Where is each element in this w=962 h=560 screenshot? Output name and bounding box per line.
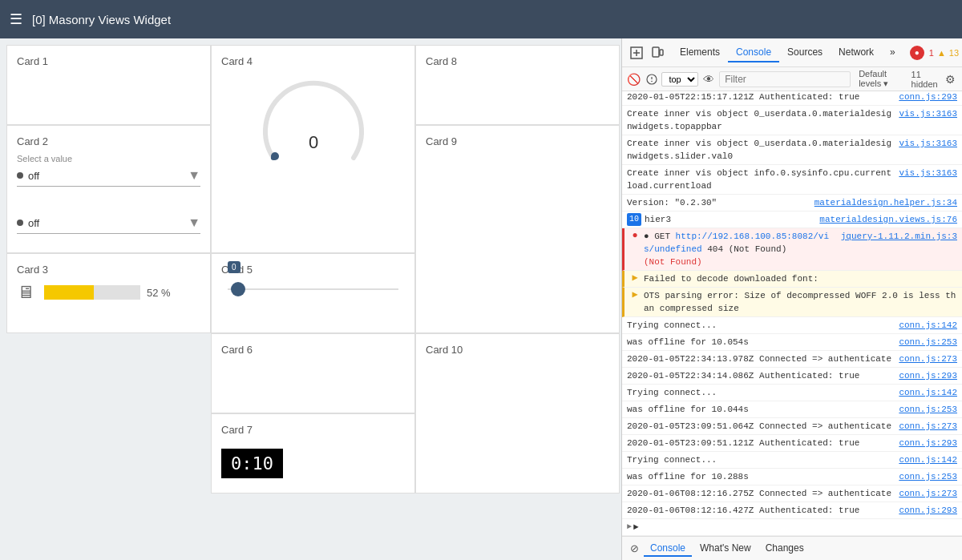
log-text: was offline for 10.044s bbox=[627, 403, 895, 416]
tab-sources[interactable]: Sources bbox=[779, 43, 831, 62]
slider-thumb[interactable]: 0 bbox=[231, 282, 245, 296]
log-source[interactable]: conn.js:142 bbox=[895, 386, 957, 399]
default-levels-label[interactable]: Default levels ▾ bbox=[854, 67, 907, 91]
log-entry: ▶OTS parsing error: Size of decompressed… bbox=[622, 288, 962, 317]
chevron-down-icon: ▼ bbox=[188, 168, 200, 183]
log-text: 2020-01-06T08:12:16.427Z Authenticated: … bbox=[627, 504, 895, 517]
log-source[interactable]: vis.js:3163 bbox=[895, 167, 957, 179]
log-entry: ●● GET http://192.168.100.85:8082/vis/un… bbox=[622, 228, 962, 271]
error-icon: ● bbox=[629, 230, 641, 241]
tab-more[interactable]: » bbox=[882, 43, 903, 62]
log-source[interactable]: conn.js:273 bbox=[895, 487, 957, 500]
log-text: 2020-01-05T22:15:17.121Z Authenticated: … bbox=[627, 91, 895, 103]
svg-point-0 bbox=[271, 152, 279, 160]
log-source[interactable]: conn.js:293 bbox=[895, 437, 957, 449]
log-source[interactable]: vis.js:3163 bbox=[895, 137, 957, 150]
log-source[interactable]: materialdesign.views.js:76 bbox=[816, 213, 957, 226]
card-2-select-value: off bbox=[28, 170, 188, 182]
clear-console-icon[interactable]: 🚫 bbox=[627, 70, 641, 89]
bottom-tab-changes[interactable]: Changes bbox=[759, 541, 810, 557]
card-1-title: Card 1 bbox=[17, 55, 200, 67]
devtools-top-bar: Elements Console Sources Network » ● 1 ▲… bbox=[622, 38, 962, 67]
context-select[interactable]: top bbox=[661, 72, 698, 87]
slider-container: 0 bbox=[221, 288, 405, 290]
log-text: Trying connect... bbox=[627, 453, 895, 466]
console-log: Version vis-history: 1.0.0Version Info-A… bbox=[622, 91, 962, 536]
device-icon[interactable] bbox=[648, 43, 667, 62]
log-text: ► bbox=[633, 521, 957, 534]
log-source[interactable]: conn.js:253 bbox=[895, 470, 957, 483]
log-text: Create inner vis object 0_userdata.0.mat… bbox=[627, 107, 895, 133]
log-entry: Version: "0.2.30"materialdesign.helper.j… bbox=[622, 195, 962, 212]
settings-icon[interactable]: ⚙ bbox=[943, 70, 957, 89]
card-4: Card 4 0 bbox=[211, 45, 415, 253]
select-dot bbox=[17, 172, 23, 179]
card-8: Card 8 bbox=[415, 45, 620, 125]
card-8-title: Card 8 bbox=[426, 55, 609, 67]
log-entry: was offline for 10.288sconn.js:253 bbox=[622, 469, 962, 485]
log-text: was offline for 10.288s bbox=[627, 470, 895, 483]
gauge-svg: 0 bbox=[257, 78, 370, 174]
bottom-tab-console[interactable]: Console bbox=[644, 541, 692, 557]
devtools-panel: Elements Console Sources Network » ● 1 ▲… bbox=[621, 38, 962, 560]
top-bar: ☰ [0] Masonry Views Widget bbox=[0, 0, 962, 38]
log-source[interactable]: conn.js:142 bbox=[895, 319, 957, 332]
devtools-tabs-row: Elements Console Sources Network » bbox=[672, 43, 903, 62]
card-10: Card 10 bbox=[415, 333, 620, 494]
hamburger-icon[interactable]: ☰ bbox=[10, 10, 22, 28]
tab-network[interactable]: Network bbox=[831, 43, 882, 62]
gauge-container: 0 bbox=[221, 74, 405, 178]
log-entry: 2020-01-05T23:09:51.121Z Authenticated: … bbox=[622, 435, 962, 452]
inspect-icon[interactable] bbox=[627, 43, 646, 62]
eye-icon[interactable]: 👁 bbox=[701, 70, 716, 89]
log-entry: Trying connect...conn.js:142 bbox=[622, 317, 962, 334]
log-source[interactable]: conn.js:253 bbox=[895, 336, 957, 348]
log-text: Failed to decode downloaded font: bbox=[644, 272, 957, 285]
card-2-select[interactable]: off ▼ bbox=[17, 165, 200, 187]
card-2-select-label: Select a value bbox=[17, 154, 200, 163]
warning-count-icon: ▲ bbox=[937, 48, 946, 58]
log-source[interactable]: conn.js:293 bbox=[895, 504, 957, 517]
log-text: Trying connect... bbox=[627, 386, 895, 399]
monitor-icon: 🖥 bbox=[17, 282, 34, 303]
log-source[interactable]: conn.js:273 bbox=[895, 420, 957, 433]
card-9: Card 9 bbox=[415, 125, 620, 333]
bottom-tab-whatsnew[interactable]: What's New bbox=[693, 541, 758, 557]
console-bottom-bar: ⊘ Console What's New Changes bbox=[622, 536, 962, 560]
log-source[interactable]: conn.js:142 bbox=[895, 453, 957, 466]
log-source[interactable]: conn.js:273 bbox=[895, 353, 957, 365]
log-entry: Trying connect...conn.js:142 bbox=[622, 385, 962, 401]
card-2-select2[interactable]: off ▼ bbox=[17, 212, 200, 234]
console-prompt-icon[interactable]: ⊘ bbox=[627, 542, 642, 554]
card-4-title: Card 4 bbox=[221, 55, 405, 67]
svg-text:0: 0 bbox=[308, 132, 317, 152]
log-source[interactable]: vis.js:3163 bbox=[895, 107, 957, 120]
slider-track: 0 bbox=[228, 288, 398, 290]
log-source[interactable]: conn.js:253 bbox=[895, 403, 957, 416]
expand-icon[interactable]: ► bbox=[627, 521, 632, 534]
log-entry: ►► bbox=[622, 519, 962, 536]
card-2-title: Card 2 bbox=[17, 135, 200, 147]
log-text: 2020-01-06T08:12:16.275Z Connected => au… bbox=[627, 487, 895, 500]
card-2-select2-value: off bbox=[28, 217, 188, 229]
progress-bar-fill bbox=[44, 285, 94, 300]
log-entry: 2020-01-05T23:09:51.064Z Connected => au… bbox=[622, 418, 962, 435]
card-10-title: Card 10 bbox=[426, 344, 609, 356]
tab-elements[interactable]: Elements bbox=[672, 43, 728, 62]
progress-bar bbox=[44, 285, 140, 300]
log-source[interactable]: conn.js:293 bbox=[895, 369, 957, 382]
log-text: Create inner vis object info.0.sysinfo.c… bbox=[627, 167, 895, 192]
log-entry: 10hier3materialdesign.views.js:76 bbox=[622, 212, 962, 228]
log-link[interactable]: http://192.168.100.85:8082/vis/undefined bbox=[644, 232, 829, 254]
tab-console[interactable]: Console bbox=[728, 43, 779, 62]
console-toolbar: 🚫 top 👁 Default levels ▾ 11 hidden ⚙ bbox=[622, 67, 962, 91]
log-source[interactable]: conn.js:293 bbox=[895, 91, 957, 103]
devtools-right-icons: ● 1 ▲ 13 ✕ ⋮ bbox=[903, 43, 962, 62]
log-source[interactable]: jquery-1.11.2.min.js:3 bbox=[838, 230, 957, 243]
console-top-icon[interactable] bbox=[645, 70, 659, 89]
filter-input[interactable] bbox=[719, 71, 851, 87]
log-text: 2020-01-05T22:34:14.086Z Authenticated: … bbox=[627, 369, 895, 382]
log-text: 2020-01-05T22:34:13.978Z Connected => au… bbox=[627, 353, 895, 365]
log-source[interactable]: materialdesign.helper.js:34 bbox=[811, 196, 957, 209]
card-3: Card 3 🖥 52 % bbox=[6, 253, 211, 333]
